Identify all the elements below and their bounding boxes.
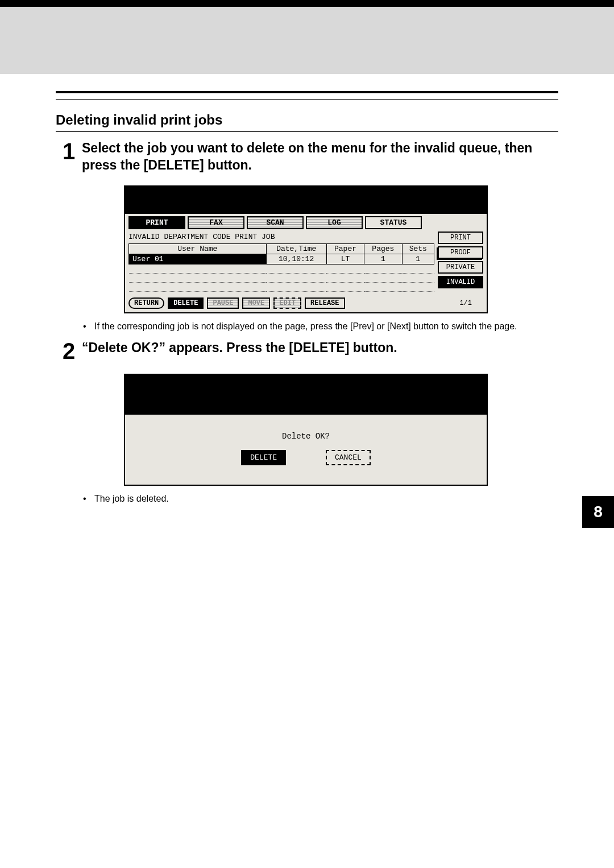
bullet-dot: •	[83, 321, 89, 332]
job-table: User Name Date,Time Paper Pages Sets Use…	[128, 243, 434, 292]
lcd-tab-row: PRINT FAX SCAN LOG STATUS	[128, 216, 483, 229]
rule-thick	[56, 91, 558, 93]
table-row-empty	[129, 264, 434, 273]
header-black-strip	[0, 0, 614, 7]
col-datetime: Date,Time	[266, 243, 326, 254]
bullet-note: • If the corresponding job is not displa…	[83, 321, 549, 332]
cell-paper: LT	[326, 254, 364, 264]
step-2: 2 “Delete OK?” appears. Press the [DELET…	[56, 340, 558, 362]
return-button[interactable]: RETURN	[128, 297, 164, 309]
printer-lcd-panel: Delete OK? DELETE CANCEL	[124, 374, 488, 486]
document-header-band	[0, 0, 614, 74]
side-button-column: PRINT PROOF PRIVATE INVALID	[438, 232, 483, 292]
queue-left: INVALID DEPARTMENT CODE PRINT JOB User N…	[128, 232, 434, 292]
table-header-row: User Name Date,Time Paper Pages Sets	[129, 243, 434, 254]
side-button-private[interactable]: PRIVATE	[438, 261, 483, 274]
tab-log[interactable]: LOG	[306, 216, 363, 229]
page-indicator: 1/1	[459, 299, 472, 307]
step-text: “Delete OK?” appears. Press the [DELETE]…	[82, 340, 558, 357]
lcd-body: PRINT FAX SCAN LOG STATUS INVALID DEPART…	[125, 214, 487, 312]
tab-fax[interactable]: FAX	[188, 216, 244, 229]
section-underline	[56, 131, 558, 132]
pause-button[interactable]: PAUSE	[207, 297, 239, 309]
step-text: Select the job you want to delete on the…	[82, 140, 558, 174]
table-row[interactable]: User 01 10,10:12 LT 1 1	[129, 254, 434, 264]
queue-subtitle: INVALID DEPARTMENT CODE PRINT JOB	[128, 233, 434, 241]
tab-scan[interactable]: SCAN	[247, 216, 304, 229]
step-number: 2	[56, 340, 82, 362]
col-paper: Paper	[326, 243, 364, 254]
side-button-proof[interactable]: PROOF	[438, 246, 483, 259]
cell-username: User 01	[129, 254, 267, 264]
lcd-bottom-row: RETURN DELETE PAUSE MOVE EDIT RELEASE 1/…	[128, 297, 483, 309]
cell-datetime: 10,10:12	[266, 254, 326, 264]
tab-status[interactable]: STATUS	[365, 216, 422, 229]
section-title: Deleting invalid print jobs	[56, 112, 558, 128]
side-button-print[interactable]: PRINT	[438, 232, 483, 244]
table-row-empty	[129, 282, 434, 291]
rule-thin	[56, 99, 558, 100]
cell-pages: 1	[364, 254, 402, 264]
delete-button[interactable]: DELETE	[168, 297, 204, 309]
col-sets: Sets	[402, 243, 434, 254]
confirm-delete-button[interactable]: DELETE	[241, 450, 286, 465]
step-number: 1	[56, 140, 82, 163]
bullet-text: The job is deleted.	[94, 494, 169, 504]
col-pages: Pages	[364, 243, 402, 254]
queue-area: INVALID DEPARTMENT CODE PRINT JOB User N…	[128, 232, 483, 292]
release-button[interactable]: RELEASE	[305, 297, 345, 309]
table-row-empty	[129, 273, 434, 282]
edit-button[interactable]: EDIT	[273, 297, 301, 309]
confirm-button-row: DELETE CANCEL	[125, 450, 487, 465]
col-username: User Name	[129, 243, 267, 254]
printer-lcd-panel: PRINT FAX SCAN LOG STATUS INVALID DEPART…	[124, 185, 488, 313]
confirm-dialog: Delete OK? DELETE CANCEL	[125, 415, 487, 485]
step-1: 1 Select the job you want to delete on t…	[56, 140, 558, 174]
bullet-text: If the corresponding job is not displaye…	[94, 321, 517, 332]
bullet-note: • The job is deleted.	[83, 494, 549, 504]
lcd-screenshot-2: Delete OK? DELETE CANCEL	[124, 374, 558, 486]
tab-print[interactable]: PRINT	[128, 216, 185, 229]
chapter-tab: 8	[582, 496, 614, 528]
lcd-screenshot-1: PRINT FAX SCAN LOG STATUS INVALID DEPART…	[124, 185, 558, 313]
page-content: Deleting invalid print jobs 1 Select the…	[0, 91, 614, 868]
lcd-blank-top	[125, 375, 487, 415]
side-button-invalid[interactable]: INVALID	[438, 276, 483, 288]
bullet-dot: •	[83, 494, 89, 504]
confirm-cancel-button[interactable]: CANCEL	[326, 450, 371, 465]
move-button[interactable]: MOVE	[242, 297, 270, 309]
lcd-blank-top	[125, 187, 487, 214]
confirm-message: Delete OK?	[125, 432, 487, 441]
cell-sets: 1	[402, 254, 434, 264]
